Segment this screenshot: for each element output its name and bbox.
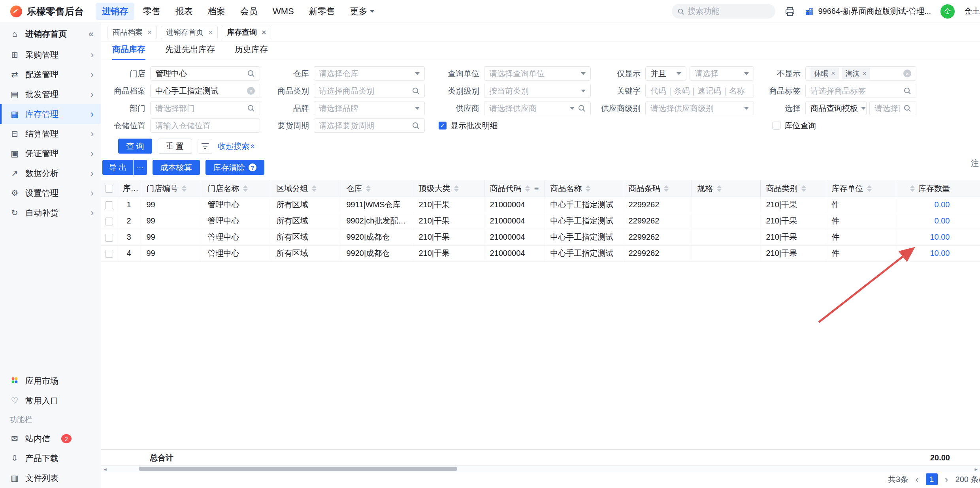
note-drawer-handle[interactable]: 注 [971,158,979,169]
page-size-select[interactable]: 200 条/页 [956,474,980,485]
nav-item-wms[interactable]: WMS [266,4,300,19]
global-search[interactable] [672,4,775,19]
goods-file-field[interactable]: × [150,84,260,98]
goods-tag-field[interactable] [805,84,916,98]
sidebar-item-settings[interactable]: ⚙ 设置管理 › [0,183,101,203]
brand-select[interactable]: 请选择品牌 [314,101,425,115]
close-icon[interactable]: × [262,28,266,37]
nav-item-more[interactable]: 更多 [344,3,381,20]
bin-query-checkbox[interactable]: 库位查询 [773,120,816,131]
col-category[interactable]: 商品类别 [760,180,826,197]
inventory-clear-button[interactable]: 库存清除 ? [205,160,264,175]
supplier-level-select[interactable]: 请选择供应商级别 [645,101,754,115]
scrollbar-thumb[interactable] [139,467,457,471]
col-store-name[interactable]: 门店名称 [202,180,271,197]
search-icon[interactable] [578,104,586,112]
sidebar-item-home[interactable]: ⌂ 进销存首页 « [0,23,101,45]
column-menu-icon[interactable]: ≡ [534,184,539,193]
col-stock-qty[interactable]: 库存数量 [896,180,980,197]
not-show-multiselect[interactable]: 休眠× 淘汰× × [805,66,916,81]
stock-qty-link[interactable]: 0.00 [935,216,950,225]
search-icon[interactable] [247,69,255,77]
close-icon[interactable]: × [208,28,213,37]
nav-item-xinlingshou[interactable]: 新零售 [303,3,341,20]
sidebar-item-settlement[interactable]: ⊟ 结算管理 › [0,124,101,144]
row-checkbox[interactable] [101,197,117,213]
template-search-input[interactable] [874,104,900,113]
col-region[interactable]: 区域分组 [271,180,341,197]
tab-goods-archive[interactable]: 商品档案× [107,26,157,39]
sidebar-item-file-list[interactable]: ▥ 文件列表 [0,468,101,488]
cycle-input[interactable] [319,121,409,130]
cycle-field[interactable] [314,118,425,133]
sidebar-item-purchase[interactable]: ⊞ 采购管理 › [0,45,101,65]
dept-field[interactable] [150,101,260,115]
store-field[interactable] [150,66,260,81]
store-input[interactable] [155,69,244,78]
avatar[interactable]: 金 [940,4,955,19]
row-checkbox[interactable] [101,213,117,229]
supplier-select[interactable]: 请选择供应商 [484,101,591,115]
tab-jxc-home[interactable]: 进销存首页× [161,26,218,39]
sidebar-item-app-market[interactable]: 应用市场 [0,371,101,391]
sidebar-item-inventory[interactable]: ▦ 库存管理 › [0,104,101,124]
goods-file-input[interactable] [155,86,244,96]
col-spec[interactable]: 规格 [692,180,760,197]
close-icon[interactable]: × [147,28,152,37]
scroll-right-icon[interactable]: ▸ [972,466,980,472]
sidebar-item-product-download[interactable]: ⇩ 产品下载 [0,449,101,468]
template-search-field[interactable] [869,101,916,115]
cat-level-select[interactable]: 按当前类别 [484,84,591,98]
scroll-left-icon[interactable]: ◂ [101,466,109,472]
store-switcher[interactable]: 99664-新界面商超版测试-管理... [805,6,931,17]
only-show-op-select[interactable]: 并且 [645,66,686,81]
select-all-checkbox[interactable] [101,180,117,197]
keyword-field[interactable] [645,84,754,98]
nav-item-jinxiaocun[interactable]: 进销存 [96,3,134,20]
next-page-icon[interactable]: › [945,474,948,484]
tab-stock-query[interactable]: 库存查询× [222,26,271,39]
query-unit-select[interactable]: 请选择查询单位 [484,66,591,81]
query-button[interactable]: 查 询 [118,139,152,154]
reset-button[interactable]: 重 置 [158,139,192,154]
close-icon[interactable]: × [863,69,867,78]
storage-input[interactable] [155,121,255,130]
page-number-button[interactable]: 1 [926,473,938,485]
prev-page-icon[interactable]: ‹ [915,474,919,484]
export-more-icon[interactable]: ··· [134,160,147,175]
stock-qty-link[interactable]: 10.00 [930,249,950,257]
clear-icon[interactable]: × [247,87,255,95]
col-store-code[interactable]: 门店编号 [141,180,202,197]
sidebar-item-common-entry[interactable]: ♡ 常用入口 [0,391,101,411]
clear-icon[interactable]: × [903,69,911,77]
storage-field[interactable] [150,118,260,133]
col-goods-code[interactable]: 商品代码≡ [484,180,545,197]
query-template-select[interactable]: 商品查询模板 [805,101,867,115]
sidebar-item-replenish[interactable]: ↻ 自动补货 › [0,203,101,223]
nav-item-dangan[interactable]: 档案 [202,3,232,20]
col-goods-name[interactable]: 商品名称 [545,180,623,197]
printer-icon[interactable] [785,6,795,17]
sidebar-collapse-icon[interactable]: « [89,29,94,39]
row-checkbox[interactable] [101,229,117,245]
nav-item-lingshou[interactable]: 零售 [137,3,167,20]
sidebar-item-messages[interactable]: ✉ 站内信 2 [0,429,101,449]
stock-qty-link[interactable]: 10.00 [930,233,950,241]
search-icon[interactable] [903,87,911,95]
checkbox-checked-icon[interactable] [439,122,447,130]
subtab-history-stock[interactable]: 历史库存 [235,44,268,60]
sidebar-item-analytics[interactable]: ↗ 数据分析 › [0,163,101,183]
subtab-fifo-stock[interactable]: 先进先出库存 [165,44,215,60]
table-row[interactable]: 3 99 管理中心 所有区域 9920|成都仓 210|干果 21000004 … [101,229,980,245]
stock-qty-link[interactable]: 0.00 [935,200,950,209]
export-button[interactable]: 导 出 ··· [102,160,147,175]
search-icon[interactable] [247,104,255,112]
sidebar-item-delivery[interactable]: ⇄ 配送管理 › [0,65,101,84]
horizontal-scrollbar[interactable]: ◂ ▸ [101,466,980,472]
warehouse-select[interactable]: 请选择仓库 [314,66,425,81]
nav-item-huiyuan[interactable]: 会员 [234,3,264,20]
cost-accounting-button[interactable]: 成本核算 [153,160,200,175]
col-warehouse[interactable]: 仓库 [341,180,413,197]
row-checkbox[interactable] [101,245,117,261]
col-barcode[interactable]: 商品条码 [623,180,692,197]
